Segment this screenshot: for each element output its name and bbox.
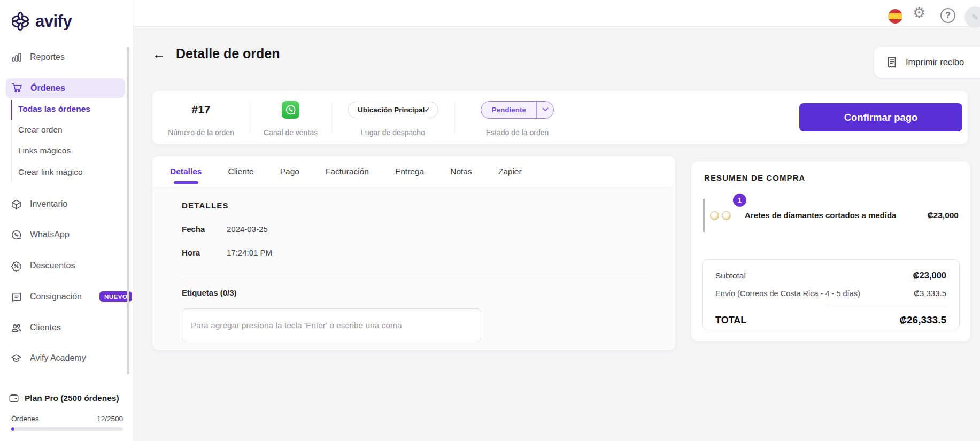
field-label: Fecha (182, 225, 227, 234)
item-left-border (703, 199, 705, 232)
divider (182, 274, 646, 274)
subtotal-row: Subtotal ₡23,000 (715, 270, 946, 281)
field-label: Hora (182, 248, 227, 257)
confirm-payment-button[interactable]: Confirmar pago (799, 103, 962, 131)
bar-chart-icon (11, 52, 22, 63)
sidebar-scrollbar[interactable] (127, 47, 129, 374)
order-detail-card: Detalles Cliente Pago Facturación Entreg… (152, 156, 675, 350)
sidebar-item-avify-academy[interactable]: Avify Academy (11, 350, 86, 366)
sidebar-item-todas-las-ordenes[interactable]: Todas las órdenes (18, 102, 90, 117)
settings-button[interactable]: ⚙ (913, 6, 925, 20)
dispatch-location-label: Lugar de despacho (361, 128, 425, 137)
divider (826, 307, 946, 307)
tab-bar: Detalles Cliente Pago Facturación Entreg… (152, 156, 675, 187)
sidebar-item-label: Inventario (30, 199, 67, 209)
help-button[interactable]: ? (940, 8, 955, 23)
receipt-icon (885, 56, 899, 69)
subtotal-value: ₡23,000 (913, 270, 946, 281)
sidebar-item-reportes[interactable]: Reportes (11, 49, 65, 65)
sidebar-item-label: Consignación (30, 292, 82, 301)
subtotal-label: Subtotal (715, 271, 746, 281)
field-value: 2024-03-25 (227, 225, 268, 234)
location-value: Ubicación Principal (358, 106, 425, 114)
dispatch-location-block: Ubicación Principal✓ Lugar de despacho (331, 98, 454, 137)
total-label: TOTAL (715, 315, 746, 326)
sidebar-item-ordenes[interactable]: Órdenes (6, 78, 125, 98)
purchase-summary-card: RESUMEN DE COMPRA 1 Aretes de diamantes … (691, 161, 970, 341)
sidebar-item-inventario[interactable]: Inventario (11, 196, 67, 212)
tab-notas[interactable]: Notas (450, 156, 472, 187)
print-receipt-label: Imprimir recibo (906, 57, 964, 67)
product-image (710, 207, 735, 223)
tab-pago[interactable]: Pago (280, 156, 299, 187)
status-dropdown[interactable]: Pendiente (481, 101, 553, 119)
plan-usage-value: 12/2500 (97, 415, 123, 423)
sidebar-item-consignacion[interactable]: Consignación NUEVO (11, 289, 132, 305)
active-tab-underline (174, 181, 198, 184)
wallet-icon (9, 393, 19, 404)
sidebar-item-label: WhatsApp (30, 230, 70, 239)
avify-logo[interactable]: avify (10, 11, 72, 32)
sidebar-item-descuentos[interactable]: Descuentos (11, 258, 75, 274)
sidebar: avify Reportes Órdenes Todas las órdenes… (0, 0, 133, 441)
plan-usage-label: Órdenes (11, 415, 39, 423)
shipping-label: Envío (Correos de Costa Rica - 4 - 5 día… (715, 289, 860, 298)
order-number-label: Número de la orden (168, 128, 234, 137)
plan-progress-bar (11, 427, 123, 431)
tags-input[interactable] (182, 308, 481, 342)
earring-stud-icon (710, 211, 719, 220)
avatar-glyph-icon: ✎ (971, 12, 978, 22)
total-value: ₡26,333.5 (899, 314, 946, 326)
chevron-down-icon[interactable] (537, 102, 553, 118)
totals-box: Subtotal ₡23,000 Envío (Correos de Costa… (702, 259, 960, 330)
order-status-label: Estado de la orden (486, 128, 549, 137)
language-flag-icon[interactable] (888, 9, 902, 24)
status-value: Pendiente (481, 102, 536, 118)
item-name: Aretes de diamantes cortados a medida (745, 211, 937, 220)
total-row: TOTAL ₡26,333.5 (715, 314, 946, 326)
field-hora: Hora 17:24:01 PM (182, 248, 675, 257)
discount-icon (11, 260, 22, 272)
question-icon: ? (945, 11, 951, 20)
purchase-summary-heading: RESUMEN DE COMPRA (704, 173, 806, 182)
plan-info: Plan Pro (2500 órdenes) (9, 393, 119, 404)
item-quantity-badge: 1 (733, 194, 746, 207)
page-header: ← Detalle de orden (152, 46, 280, 61)
print-receipt-button[interactable]: Imprimir recibo (874, 47, 980, 78)
field-fecha: Fecha 2024-03-25 (182, 225, 675, 234)
tab-entrega[interactable]: Entrega (395, 156, 424, 187)
shipping-row: Envío (Correos de Costa Rica - 4 - 5 día… (715, 289, 946, 298)
whatsapp-channel-icon (282, 101, 299, 119)
sidebar-item-crear-orden[interactable]: Crear orden (18, 122, 63, 137)
item-price: ₡23,000 (927, 211, 959, 220)
sidebar-item-label: Descuentos (30, 261, 75, 270)
order-number: #17 (191, 103, 210, 116)
sidebar-item-whatsapp[interactable]: WhatsApp (11, 227, 70, 243)
graduation-cap-icon (11, 353, 22, 364)
sidebar-item-links-magicos[interactable]: Links mágicos (18, 143, 71, 158)
tags-label: Etiquetas (0/3) (182, 288, 675, 297)
tab-zapier[interactable]: Zapier (498, 156, 522, 187)
tab-detalles[interactable]: Detalles (170, 156, 202, 187)
brand-name: avify (35, 12, 72, 31)
cube-icon (11, 199, 22, 210)
sidebar-item-label: Clientes (30, 323, 61, 332)
tab-facturacion[interactable]: Facturación (326, 156, 369, 187)
location-selector[interactable]: Ubicación Principal✓ (348, 102, 438, 118)
earring-stud-icon (722, 211, 731, 220)
shipping-value: ₡3,333.5 (914, 289, 946, 298)
back-button[interactable]: ← (152, 48, 165, 60)
clipboard-icon (11, 291, 22, 303)
order-status-block: Pendiente Estado de la orden (454, 98, 580, 137)
sidebar-item-crear-link-magico[interactable]: Crear link mágico (18, 165, 83, 180)
sidebar-item-clientes[interactable]: Clientes (11, 320, 61, 336)
sidebar-item-label: Reportes (30, 52, 65, 62)
plan-label: Plan Pro (2500 órdenes) (25, 393, 119, 403)
plan-usage: Órdenes 12/2500 (11, 415, 123, 423)
order-number-block: #17 Número de la orden (152, 98, 250, 137)
topbar (133, 0, 980, 27)
check-icon: ✓ (424, 105, 430, 114)
details-panel: DETALLES Fecha 2024-03-25 Hora 17:24:01 … (152, 187, 675, 342)
whatsapp-icon (11, 229, 22, 241)
tab-cliente[interactable]: Cliente (228, 156, 253, 187)
